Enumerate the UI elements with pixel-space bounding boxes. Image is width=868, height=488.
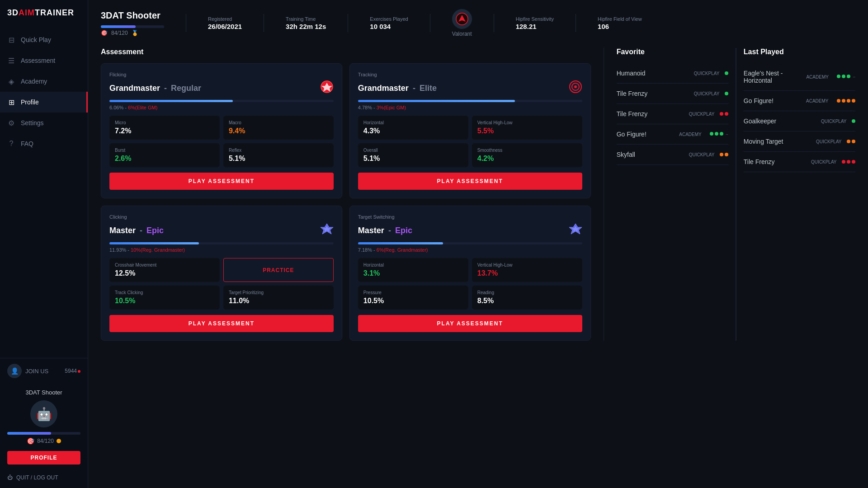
card-title-clicking: Master - Epic xyxy=(109,226,164,235)
stat-cell-label-target-prio: Target Prioritizing xyxy=(229,290,328,295)
assessment-card-flicking: Flicking Grandmaster - Regular xyxy=(101,63,342,198)
assessment-grid: Flicking Grandmaster - Regular xyxy=(101,63,591,341)
training-time-value: 32h 22m 12s xyxy=(286,23,326,30)
last-item-dots-go-figure xyxy=(837,99,855,103)
profile-button[interactable]: PROFILE xyxy=(7,451,80,465)
stat-cell-value-ts-vertical: 13.7% xyxy=(477,269,577,277)
dot xyxy=(847,140,850,143)
profile-avatar: 🤖 xyxy=(30,400,57,427)
dot xyxy=(720,112,723,116)
fav-item-mode-humanoid: QUICKPLAY xyxy=(694,71,721,76)
stat-cell-reading: Reading 8.5% xyxy=(472,286,582,310)
last-item-dots-goalkeeper xyxy=(852,119,855,123)
stat-cell-micro: Micro 7.2% xyxy=(109,116,220,140)
assessment-card-target-switching: Target Switching Master - Epic xyxy=(349,206,591,341)
profile-section: 3DAT Shooter 🤖 🎯 84/120 PROFILE xyxy=(7,385,80,468)
profile-name: 3DAT Shooter xyxy=(7,389,80,396)
stat-cell-smoothness: Smoothness 4.2% xyxy=(472,143,582,167)
stat-cell-value-target-prio: 11.0% xyxy=(229,297,328,305)
last-item-eagles-nest: Eagle's Nest - Horizontal ACADEMY ·· xyxy=(744,63,855,91)
fav-item-name-go-figure: Go Figure! xyxy=(617,131,676,138)
header-divider-3 xyxy=(348,14,348,32)
game-name: Valorant xyxy=(452,31,472,37)
dash-target-switching: - xyxy=(388,226,393,235)
training-time-label: Training Time xyxy=(286,16,326,22)
stat-cell-label-micro: Micro xyxy=(115,120,214,125)
stat-cell-track-clicking: Track Clicking 10.5% xyxy=(109,286,220,310)
join-us-label: JOIN US xyxy=(25,368,61,375)
dot xyxy=(715,132,718,136)
fav-item-dots-skyfall xyxy=(720,153,728,156)
stat-cell-value-crosshair: 12.5% xyxy=(115,269,214,277)
stat-cell-label-horizontal: Horizontal xyxy=(363,120,463,125)
stat-cell-value-track-clicking: 10.5% xyxy=(115,297,214,305)
fav-item-mode-skyfall: QUICKPLAY xyxy=(689,152,716,157)
stat-cell-label-track-clicking: Track Clicking xyxy=(115,290,214,295)
dot xyxy=(852,140,855,143)
nav-items: ⊟ Quick Play ☰ Assessment ◈ Academy ⊞ Pr… xyxy=(0,26,88,358)
progress-fill-tracking xyxy=(358,100,515,102)
sidebar-item-profile[interactable]: ⊞ Profile xyxy=(0,92,88,113)
sidebar-item-label: Settings xyxy=(21,119,44,127)
last-item-dots-moving-target xyxy=(847,140,855,143)
dot xyxy=(847,99,850,103)
play-assessment-tracking[interactable]: PLAY ASSESSMENT xyxy=(358,173,582,190)
play-assessment-flicking[interactable]: PLAY ASSESSMENT xyxy=(109,173,334,190)
fav-item-name-humanoid: Humanoid xyxy=(617,70,690,77)
svg-point-6 xyxy=(574,85,577,88)
dot xyxy=(842,99,845,103)
stat-cell-label-reading: Reading xyxy=(477,290,577,295)
faq-icon: ? xyxy=(7,140,15,148)
join-us-row[interactable]: 👤 JOIN US 5944 xyxy=(7,364,80,378)
fav-item-tile-frenzy-1: Tile Frenzy QUICKPLAY xyxy=(617,84,728,104)
sidebar-item-academy[interactable]: ◈ Academy xyxy=(0,71,88,92)
training-time-block: Training Time 32h 22m 12s xyxy=(286,16,326,30)
stat-cell-label-vertical: Vertical High-Low xyxy=(477,120,577,125)
sidebar-item-assessment[interactable]: ☰ Assessment xyxy=(0,50,88,71)
stat-cell-label-burst: Burst xyxy=(115,148,214,153)
card-title-row-clicking: Master - Epic xyxy=(109,222,334,239)
favorites-section: Favorite Humanoid QUICKPLAY Tile Frenzy … xyxy=(604,48,855,341)
stat-cell-value-pressure: 10.5% xyxy=(363,297,463,305)
stat-cell-ts-vertical: Vertical High-Low 13.7% xyxy=(472,258,582,282)
rank-clicking: Master xyxy=(109,226,136,235)
stat-cell-value-horizontal: 4.3% xyxy=(363,127,463,135)
hipfire-sens-value: 128.21 xyxy=(516,23,554,30)
sidebar-item-quick-play[interactable]: ⊟ Quick Play xyxy=(0,29,88,50)
tier-flicking: Regular xyxy=(171,84,201,93)
logo-trainer: TRAINER xyxy=(35,8,74,17)
sidebar-item-faq[interactable]: ? FAQ xyxy=(0,133,88,154)
play-assessment-target-switching[interactable]: PLAY ASSESSMENT xyxy=(358,315,582,332)
stat-cell-label-ts-vertical: Vertical High-Low xyxy=(477,263,577,267)
sidebar-item-settings[interactable]: ⚙ Settings xyxy=(0,113,88,133)
dot-extra: ·· xyxy=(726,132,728,137)
dot xyxy=(842,75,845,78)
stat-cell-value-reflex: 5.1% xyxy=(229,155,328,163)
play-assessment-clicking[interactable]: PLAY ASSESSMENT xyxy=(109,315,334,332)
dot xyxy=(847,160,850,164)
quit-label: QUIT / LOG OUT xyxy=(16,474,58,481)
quit-logout-button[interactable]: ⏻ QUIT / LOG OUT xyxy=(7,468,80,483)
rank-icon-flicking xyxy=(320,80,334,96)
header-xp-bar-fill xyxy=(101,25,136,28)
dot xyxy=(725,71,728,75)
header-rank-icon: 🏅 xyxy=(132,30,138,36)
quit-icon: ⏻ xyxy=(7,474,13,481)
stat-cell-ts-horizontal: Horizontal 3.1% xyxy=(358,258,468,282)
online-dot xyxy=(78,370,80,373)
card-sub-target-switching: 7.18% - 6%(Reg. Grandmaster) xyxy=(358,247,582,253)
stat-cell-overall: Overall 5.1% xyxy=(358,143,468,167)
fav-item-name-tile-frenzy-1: Tile Frenzy xyxy=(617,90,690,97)
stats-grid-tracking: Horizontal 4.3% Vertical High-Low 5.5% O… xyxy=(358,116,582,167)
stat-cell-target-prio: Target Prioritizing 11.0% xyxy=(223,286,334,310)
practice-button-clicking[interactable]: PRACTICE xyxy=(223,258,334,282)
stat-cell-label-macro: Macro xyxy=(229,120,328,125)
stat-cell-label-smoothness: Smoothness xyxy=(477,148,577,153)
header-xp-bar-bg xyxy=(101,25,164,28)
stats-grid-clicking: Crosshair Movement 12.5% PRACTICE Track … xyxy=(109,258,334,310)
xp-bar-container xyxy=(7,432,80,435)
assessment-card-tracking: Tracking Grandmaster - Elite xyxy=(349,63,591,198)
stat-cell-value-overall: 5.1% xyxy=(363,155,463,163)
stat-cell-value-reading: 8.5% xyxy=(477,297,577,305)
stat-cell-crosshair: Crosshair Movement 12.5% xyxy=(109,258,220,282)
